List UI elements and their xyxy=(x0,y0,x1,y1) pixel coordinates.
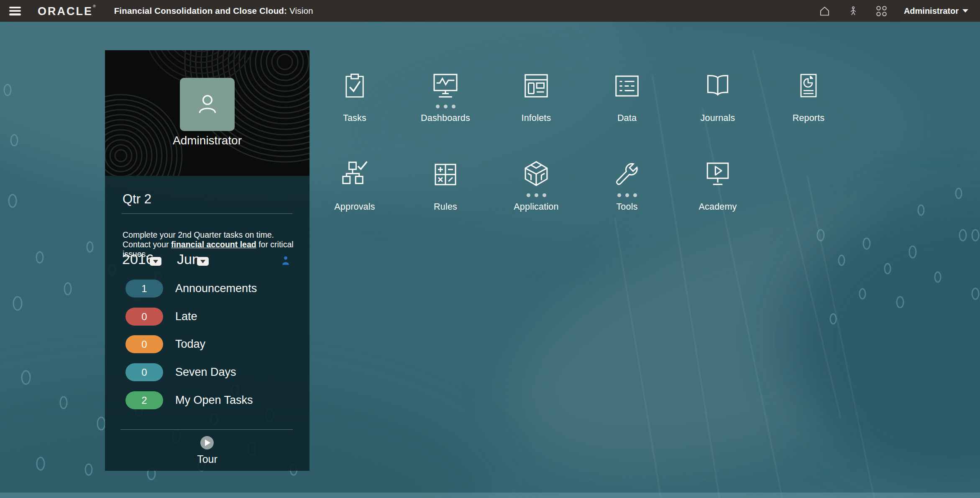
home-icon[interactable] xyxy=(819,5,831,17)
divider xyxy=(120,429,293,430)
dashboards-icon xyxy=(400,70,491,101)
reports-icon xyxy=(763,70,854,101)
academy-icon xyxy=(673,159,763,190)
tile-menu-dots xyxy=(310,101,400,111)
tile-application[interactable]: Application xyxy=(491,159,581,212)
play-icon xyxy=(205,439,210,446)
rules-icon xyxy=(400,159,491,190)
month-value: Jun xyxy=(177,251,200,267)
tile-journals[interactable]: Journals xyxy=(673,70,763,123)
tile-approvals[interactable]: Approvals xyxy=(310,159,400,212)
divider xyxy=(122,213,292,214)
user-menu[interactable]: Administrator xyxy=(904,6,968,16)
oracle-logo: ORACLE® xyxy=(38,5,96,17)
stat-today[interactable]: 0 Today xyxy=(105,335,310,353)
user-menu-label: Administrator xyxy=(904,6,959,16)
tour-play-button[interactable] xyxy=(200,436,214,449)
accessibility-icon[interactable] xyxy=(847,5,860,17)
tasks-icon xyxy=(310,70,400,101)
tile-label: Rules xyxy=(400,202,491,212)
tile-rules[interactable]: Rules xyxy=(400,159,491,212)
background-bottom-band xyxy=(0,493,980,498)
tile-label: Approvals xyxy=(310,202,400,212)
tile-label: Tasks xyxy=(310,113,400,123)
tile-menu-dots xyxy=(673,190,763,200)
tile-label: Infolets xyxy=(491,113,581,123)
data-icon xyxy=(582,70,672,101)
approvals-icon xyxy=(310,159,400,190)
tile-dashboards[interactable]: Dashboards xyxy=(400,70,491,123)
year-dropdown-button[interactable] xyxy=(150,257,161,266)
tile-menu-dots[interactable] xyxy=(491,190,581,200)
navigator-grid-icon[interactable] xyxy=(875,5,888,17)
user-summary-panel: Administrator Qtr 2 Complete your 2nd Qu… xyxy=(105,50,310,471)
tile-menu-dots xyxy=(763,101,854,111)
stat-my-open-tasks[interactable]: 2 My Open Tasks xyxy=(105,391,310,409)
stat-announcements[interactable]: 1 Announcements xyxy=(105,280,310,298)
tile-infolets[interactable]: Infolets xyxy=(491,70,581,123)
tile-label: Reports xyxy=(763,113,854,123)
my-tasks-filter-icon[interactable] xyxy=(280,255,291,266)
tile-tools[interactable]: Tools xyxy=(582,159,672,212)
tile-label: Academy xyxy=(673,202,763,212)
period-title: Qtr 2 xyxy=(123,192,151,207)
app-title: Financial Consolidation and Close Cloud:… xyxy=(114,6,313,16)
status-badge: 1 xyxy=(125,280,163,298)
financial-account-lead-link[interactable]: financial account lead xyxy=(171,240,256,249)
tools-icon xyxy=(582,159,672,190)
user-avatar-card: Administrator xyxy=(105,50,310,176)
tile-menu-dots[interactable] xyxy=(400,101,491,111)
year-value: 2016 xyxy=(122,251,154,267)
tile-label: Application xyxy=(491,202,581,212)
tile-menu-dots[interactable] xyxy=(582,190,672,200)
panel-user-name: Administrator xyxy=(105,134,310,147)
journals-icon xyxy=(673,70,763,101)
registered-mark: ® xyxy=(93,4,96,8)
tile-tasks[interactable]: Tasks xyxy=(310,70,400,123)
status-badge: 0 xyxy=(125,335,163,353)
month-dropdown-button[interactable] xyxy=(197,257,209,266)
tile-reports[interactable]: Reports xyxy=(763,70,854,123)
tile-label: Tools xyxy=(582,202,672,212)
tile-menu-dots xyxy=(310,190,400,200)
tile-menu-dots xyxy=(400,190,491,200)
stat-seven-days[interactable]: 0 Seven Days xyxy=(105,363,310,381)
topbar-actions: Administrator xyxy=(819,5,968,17)
avatar[interactable] xyxy=(180,78,235,131)
tour-label: Tour xyxy=(105,453,310,465)
status-badge: 0 xyxy=(125,363,163,381)
tile-menu-dots xyxy=(673,101,763,111)
tile-academy[interactable]: Academy xyxy=(673,159,763,212)
tile-menu-dots xyxy=(582,101,672,111)
infolets-icon xyxy=(491,70,581,101)
tile-label: Data xyxy=(582,113,672,123)
status-badge: 2 xyxy=(125,391,163,409)
hamburger-menu-icon[interactable] xyxy=(9,7,21,15)
tile-data[interactable]: Data xyxy=(582,70,672,123)
tile-label: Journals xyxy=(673,113,763,123)
status-badge: 0 xyxy=(125,308,163,326)
application-icon xyxy=(491,159,581,190)
stat-late[interactable]: 0 Late xyxy=(105,308,310,326)
tile-menu-dots xyxy=(491,101,581,111)
tile-label: Dashboards xyxy=(400,113,491,123)
chevron-down-icon xyxy=(962,9,968,13)
top-navigation-bar: ORACLE® Financial Consolidation and Clos… xyxy=(0,0,980,22)
period-summary: Qtr 2 Complete your 2nd Quarter tasks on… xyxy=(105,176,310,471)
